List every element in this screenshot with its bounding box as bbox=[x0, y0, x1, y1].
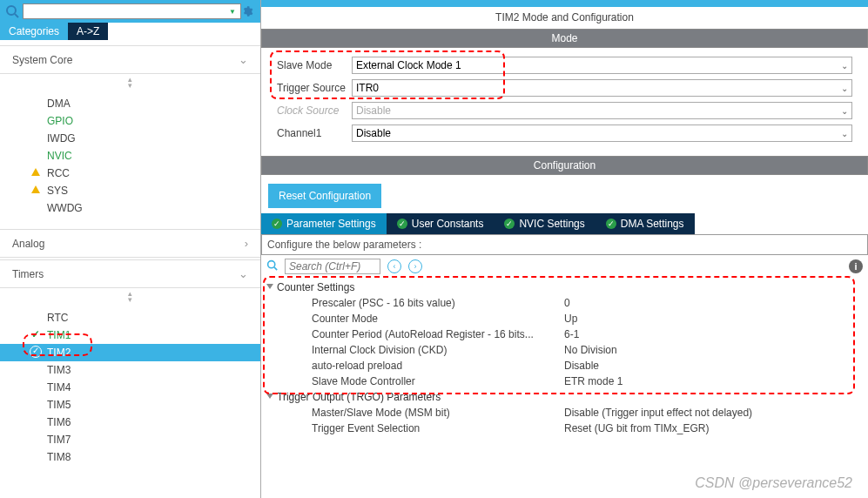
tree-item-tim8[interactable]: TIM8 bbox=[0, 448, 260, 466]
param-row[interactable]: Internal Clock Division (CKD)No Division bbox=[312, 342, 863, 358]
channel1-select[interactable]: Disable⌄ bbox=[352, 124, 852, 142]
left-top-bar: ▼ bbox=[0, 0, 260, 23]
tab-dma-settings[interactable]: ✓DMA Settings bbox=[595, 213, 695, 234]
check-icon: ✓ bbox=[606, 219, 616, 229]
chevron-right-icon: › bbox=[245, 237, 248, 250]
chevron-down-icon: ⌄ bbox=[841, 84, 848, 93]
param-key: Counter Mode bbox=[312, 313, 564, 325]
param-row[interactable]: Master/Slave Mode (MSM bit)Disable (Trig… bbox=[312, 405, 863, 421]
tree-item-tim3[interactable]: TIM3 bbox=[0, 361, 260, 379]
param-row[interactable]: Slave Mode ControllerETR mode 1 bbox=[312, 374, 863, 389]
tab-categories[interactable]: Categories bbox=[0, 23, 68, 40]
param-row[interactable]: auto-reload preloadDisable bbox=[312, 358, 863, 374]
clock-source-label: Clock Source bbox=[277, 104, 352, 117]
channel1-label: Channel1 bbox=[277, 127, 352, 139]
param-value: Up bbox=[564, 313, 863, 325]
info-icon[interactable]: i bbox=[849, 259, 863, 273]
search-next-button[interactable]: › bbox=[408, 259, 422, 273]
tab-label: NVIC Settings bbox=[519, 218, 584, 230]
scroll-hint-icon: ▴▾ bbox=[0, 74, 260, 91]
trigger-source-select[interactable]: ITR0⌄ bbox=[352, 79, 852, 97]
group-label: System Core bbox=[12, 54, 72, 66]
slave-mode-label: Slave Mode bbox=[277, 59, 352, 71]
tree-item-tim1[interactable]: TIM1 bbox=[0, 326, 260, 344]
param-value: Reset (UG bit from TIMx_EGR) bbox=[564, 422, 863, 434]
svg-point-0 bbox=[7, 6, 16, 15]
select-value: External Clock Mode 1 bbox=[356, 59, 461, 71]
right-top-accent bbox=[261, 0, 868, 7]
param-value: ETR mode 1 bbox=[564, 375, 863, 387]
page-title: TIM2 Mode and Configuration bbox=[261, 7, 868, 29]
tab-az[interactable]: A->Z bbox=[68, 23, 108, 40]
param-key: Slave Mode Controller bbox=[312, 375, 564, 387]
reset-configuration-button[interactable]: Reset Configuration bbox=[268, 184, 381, 208]
param-row[interactable]: Counter Period (AutoReload Register - 16… bbox=[312, 326, 863, 342]
tab-user-constants[interactable]: ✓User Constants bbox=[387, 213, 495, 234]
tree-item-iwdg[interactable]: IWDG bbox=[0, 130, 260, 147]
param-row[interactable]: Trigger Event SelectionReset (UG bit fro… bbox=[312, 421, 863, 436]
param-value: Disable (Trigger input effect not delaye… bbox=[564, 407, 863, 419]
param-value: 0 bbox=[564, 297, 863, 309]
check-icon: ✓ bbox=[504, 219, 515, 229]
param-key: Master/Slave Mode (MSM bit) bbox=[312, 407, 564, 419]
tab-label: DMA Settings bbox=[621, 218, 684, 230]
search-prev-button[interactable]: ‹ bbox=[387, 259, 401, 273]
tree-item-gpio[interactable]: GPIO bbox=[0, 112, 260, 130]
trigger-source-label: Trigger Source bbox=[277, 82, 352, 94]
tree-item-rcc[interactable]: RCC bbox=[0, 165, 260, 182]
tree-item-nvic[interactable]: NVIC bbox=[0, 147, 260, 165]
param-value: No Division bbox=[564, 344, 863, 356]
check-icon: ✓ bbox=[272, 219, 282, 229]
param-value: Disable bbox=[564, 360, 863, 372]
group-label: Analog bbox=[12, 238, 44, 250]
dropdown-icon[interactable]: ▼ bbox=[229, 8, 236, 16]
gear-icon[interactable] bbox=[239, 3, 255, 19]
tab-label: Parameter Settings bbox=[286, 218, 376, 230]
tab-parameter-settings[interactable]: ✓Parameter Settings bbox=[261, 213, 387, 234]
chevron-down-icon: ⌄ bbox=[239, 53, 248, 66]
left-search-input[interactable] bbox=[23, 3, 241, 19]
clock-source-select: Disable⌄ bbox=[352, 102, 852, 119]
param-row[interactable]: Prescaler (PSC - 16 bits value)0 bbox=[312, 295, 863, 311]
tree-item-tim5[interactable]: TIM5 bbox=[0, 396, 260, 414]
chevron-down-icon: ⌄ bbox=[841, 106, 848, 116]
param-row[interactable]: Counter ModeUp bbox=[312, 311, 863, 326]
tree-item-wwdg[interactable]: WWDG bbox=[0, 199, 260, 217]
scroll-hint-icon: ▴▾ bbox=[0, 288, 260, 306]
tree-item-tim2[interactable]: TIM2 bbox=[0, 344, 260, 361]
select-value: ITR0 bbox=[356, 82, 379, 94]
tree-item-tim6[interactable]: TIM6 bbox=[0, 414, 260, 431]
group-timers[interactable]: Timers ⌄ bbox=[0, 259, 260, 288]
tree-item-sys[interactable]: SYS bbox=[0, 182, 260, 199]
tab-label: User Constants bbox=[412, 218, 484, 230]
svg-point-2 bbox=[268, 261, 275, 268]
svg-line-1 bbox=[15, 14, 18, 17]
svg-line-3 bbox=[274, 267, 277, 270]
tab-nvic-settings[interactable]: ✓NVIC Settings bbox=[494, 213, 595, 234]
left-tabbar: Categories A->Z bbox=[0, 23, 260, 40]
select-value: Disable bbox=[356, 104, 391, 117]
tree-item-dma[interactable]: DMA bbox=[0, 95, 260, 112]
slave-mode-select[interactable]: External Clock Mode 1⌄ bbox=[352, 57, 852, 74]
mode-header: Mode bbox=[261, 29, 868, 48]
check-icon: ✓ bbox=[397, 219, 407, 229]
parameters-description: Configure the below parameters : bbox=[261, 234, 868, 255]
tree-item-tim4[interactable]: TIM4 bbox=[0, 379, 260, 396]
group-analog[interactable]: Analog › bbox=[0, 229, 260, 258]
search-icon bbox=[266, 259, 278, 273]
group-label: Timers bbox=[12, 268, 44, 280]
group-system-core[interactable]: System Core ⌄ bbox=[0, 45, 260, 74]
component-tree: System Core ⌄ ▴▾ DMA GPIO IWDG NVIC RCC … bbox=[0, 40, 260, 498]
parameter-search-input[interactable] bbox=[285, 259, 380, 274]
group-trgo-parameters[interactable]: Trigger Output (TRGO) Parameters bbox=[266, 389, 863, 405]
param-key: Internal Clock Division (CKD) bbox=[312, 344, 564, 356]
chevron-down-icon: ⌄ bbox=[239, 267, 248, 280]
param-key: Prescaler (PSC - 16 bits value) bbox=[312, 297, 564, 309]
chevron-down-icon: ⌄ bbox=[841, 61, 848, 71]
param-tabbar: ✓Parameter Settings ✓User Constants ✓NVI… bbox=[261, 213, 868, 234]
tree-item-tim7[interactable]: TIM7 bbox=[0, 431, 260, 448]
param-key: Counter Period (AutoReload Register - 16… bbox=[312, 328, 564, 340]
select-value: Disable bbox=[356, 127, 391, 139]
group-counter-settings[interactable]: Counter Settings bbox=[266, 279, 863, 295]
tree-item-rtc[interactable]: RTC bbox=[0, 309, 260, 326]
